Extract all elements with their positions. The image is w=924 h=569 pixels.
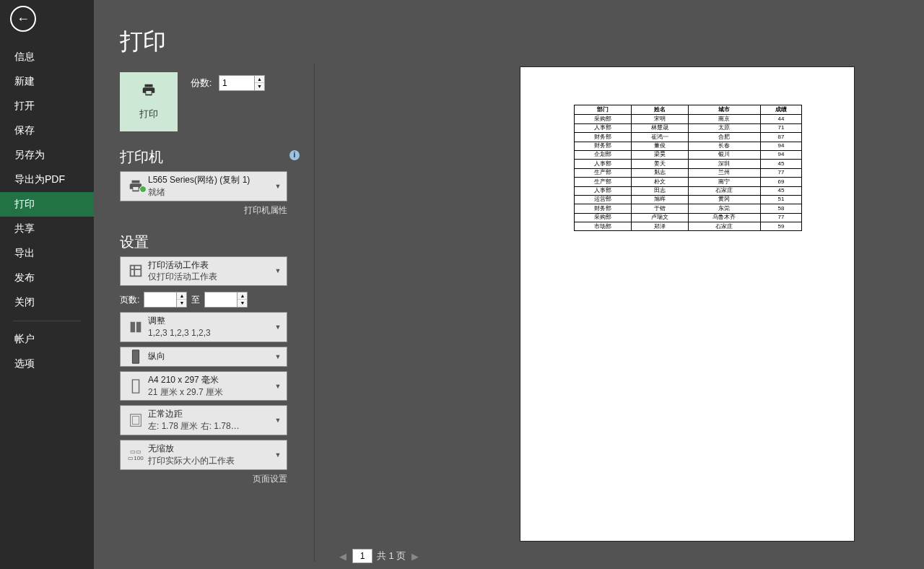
table-cell: 69 bbox=[760, 178, 801, 186]
printer-dropdown[interactable]: L565 Series(网络) (复制 1) 就绪 ▼ bbox=[120, 171, 287, 201]
pages-to-up-icon[interactable]: ▲ bbox=[237, 292, 247, 300]
scaling-dropdown[interactable]: ▭▭▭100 无缩放 打印实际大小的工作表 ▼ bbox=[120, 440, 287, 470]
table-row: 运营部旭晖黄冈51 bbox=[575, 195, 802, 204]
pages-from-down-icon[interactable]: ▼ bbox=[177, 300, 186, 307]
table-cell: 田志 bbox=[631, 186, 688, 195]
table-cell: 姜天 bbox=[631, 160, 688, 168]
table-row: 生产部朴文南宁69 bbox=[575, 178, 802, 186]
pager-current-input[interactable] bbox=[352, 549, 372, 563]
info-icon[interactable]: i bbox=[289, 150, 300, 160]
nav-account[interactable]: 帐户 bbox=[0, 327, 94, 352]
table-cell: 94 bbox=[760, 142, 801, 150]
nav-save[interactable]: 保存 bbox=[0, 118, 94, 143]
table-cell: 58 bbox=[760, 204, 801, 213]
paper-line1: A4 210 x 297 毫米 bbox=[148, 374, 272, 386]
print-what-dropdown[interactable]: 打印活动工作表 仅打印活动工作表 ▼ bbox=[120, 256, 287, 287]
copies-input[interactable] bbox=[219, 75, 255, 91]
table-cell: 运营部 bbox=[575, 195, 632, 204]
nav-list: 信息 新建 打开 保存 另存为 导出为PDF 打印 共享 导出 发布 关闭 bbox=[0, 45, 94, 315]
table-cell: 银川 bbox=[688, 150, 760, 159]
pager-prev-icon[interactable]: ◀ bbox=[338, 551, 348, 562]
orientation-dropdown[interactable]: 纵向 ▼ bbox=[120, 347, 287, 367]
nav-export-pdf[interactable]: 导出为PDF bbox=[0, 168, 94, 192]
table-cell: 财务部 bbox=[575, 204, 632, 213]
table-cell: 南京 bbox=[688, 115, 760, 123]
copies-down-icon[interactable]: ▼ bbox=[255, 83, 264, 90]
margins-line1: 正常边距 bbox=[148, 408, 272, 420]
nav-options[interactable]: 选项 bbox=[0, 352, 94, 376]
table-cell: 94 bbox=[760, 150, 801, 159]
pages-label: 页数: bbox=[120, 294, 139, 306]
copies-spinner[interactable]: ▲ ▼ bbox=[219, 75, 265, 91]
scaling-line2: 打印实际大小的工作表 bbox=[148, 455, 272, 467]
table-cell: 77 bbox=[760, 168, 801, 177]
svg-rect-1 bbox=[132, 417, 139, 425]
printer-device-icon bbox=[123, 178, 148, 194]
sidebar: ← 信息 新建 打开 保存 另存为 导出为PDF 打印 共享 导出 发布 关闭 … bbox=[0, 0, 94, 569]
nav-print[interactable]: 打印 bbox=[0, 192, 94, 217]
pager-next-icon[interactable]: ▶ bbox=[410, 551, 420, 562]
pages-row: 页数: ▲ ▼ 至 ▲ ▼ bbox=[120, 292, 300, 308]
pages-from-spinner[interactable]: ▲ ▼ bbox=[144, 292, 187, 308]
table-cell: 兰州 bbox=[688, 168, 760, 177]
print-button[interactable]: 打印 bbox=[120, 72, 178, 131]
collate-dropdown[interactable]: 调整 1,2,3 1,2,3 1,2,3 ▼ bbox=[120, 312, 287, 342]
table-header: 成绩 bbox=[760, 105, 801, 115]
table-row: 财务部董俊长春94 bbox=[575, 142, 802, 150]
table-cell: 51 bbox=[760, 195, 801, 204]
pages-to-down-icon[interactable]: ▼ bbox=[237, 300, 247, 307]
content: 打印 打印 份数: ▲ ▼ 打印机 i bbox=[94, 0, 924, 569]
pages-to-spinner[interactable]: ▲ ▼ bbox=[204, 292, 248, 308]
printer-icon bbox=[120, 81, 178, 103]
nav-close[interactable]: 关闭 bbox=[0, 290, 94, 315]
table-row: 人事部田志石家庄45 bbox=[575, 186, 802, 195]
nav-export[interactable]: 导出 bbox=[0, 241, 94, 266]
table-cell: 石家庄 bbox=[688, 222, 760, 231]
back-button[interactable]: ← bbox=[10, 6, 36, 32]
copies-control: 份数: ▲ ▼ bbox=[191, 75, 265, 91]
nav-separator bbox=[13, 321, 81, 321]
table-cell: 东莞 bbox=[688, 204, 760, 213]
pages-from-input[interactable] bbox=[144, 292, 177, 308]
table-cell: 梁昊 bbox=[631, 150, 688, 159]
pages-to-input[interactable] bbox=[204, 292, 237, 308]
margins-dropdown[interactable]: 正常边距 左: 1.78 厘米 右: 1.78… ▼ bbox=[120, 405, 287, 435]
nav-new[interactable]: 新建 bbox=[0, 69, 94, 94]
paper-size-dropdown[interactable]: A4 210 x 297 毫米 21 厘米 x 29.7 厘米 ▼ bbox=[120, 371, 287, 401]
table-row: 市场部郑泽石家庄59 bbox=[575, 222, 802, 231]
page-setup-link[interactable]: 页面设置 bbox=[120, 473, 287, 485]
copies-up-icon[interactable]: ▲ bbox=[255, 76, 264, 83]
back-arrow-icon: ← bbox=[17, 12, 30, 27]
nav-open[interactable]: 打开 bbox=[0, 94, 94, 118]
table-row: 财务部于锴东莞58 bbox=[575, 204, 802, 213]
printer-properties-link[interactable]: 打印机属性 bbox=[120, 204, 287, 217]
table-cell: 朴文 bbox=[631, 178, 688, 186]
collate-line2: 1,2,3 1,2,3 1,2,3 bbox=[148, 327, 272, 339]
page-preview: 部门姓名城市成绩 采购部宋明南京44人事部林楚晟太原71财务部崔鸿一合肥87财务… bbox=[520, 66, 855, 542]
pager-total: 共 1 页 bbox=[377, 550, 406, 563]
table-row: 财务部崔鸿一合肥87 bbox=[575, 133, 802, 142]
table-cell: 77 bbox=[760, 213, 801, 222]
settings-section-header: 设置 bbox=[120, 233, 300, 252]
nav-publish[interactable]: 发布 bbox=[0, 266, 94, 290]
page-title: 打印 bbox=[120, 26, 300, 58]
table-cell: 采购部 bbox=[575, 213, 632, 222]
print-what-line1: 打印活动工作表 bbox=[148, 259, 272, 272]
print-button-label: 打印 bbox=[139, 108, 158, 119]
table-cell: 太原 bbox=[688, 123, 760, 132]
worksheet-icon bbox=[123, 263, 148, 279]
nav-info[interactable]: 信息 bbox=[0, 45, 94, 69]
pages-from-up-icon[interactable]: ▲ bbox=[177, 292, 186, 300]
nav-share[interactable]: 共享 bbox=[0, 217, 94, 241]
table-row: 采购部宋明南京44 bbox=[575, 115, 802, 123]
nav-save-as[interactable]: 另存为 bbox=[0, 143, 94, 168]
collate-icon bbox=[123, 319, 148, 335]
print-what-line2: 仅打印活动工作表 bbox=[148, 271, 272, 283]
table-cell: 生产部 bbox=[575, 168, 632, 177]
table-row: 人事部林楚晟太原71 bbox=[575, 123, 802, 132]
portrait-icon bbox=[123, 349, 148, 365]
chevron-down-icon: ▼ bbox=[272, 183, 284, 190]
table-cell: 乌鲁木齐 bbox=[688, 213, 760, 222]
collate-line1: 调整 bbox=[148, 315, 272, 327]
paper-line2: 21 厘米 x 29.7 厘米 bbox=[148, 386, 272, 399]
